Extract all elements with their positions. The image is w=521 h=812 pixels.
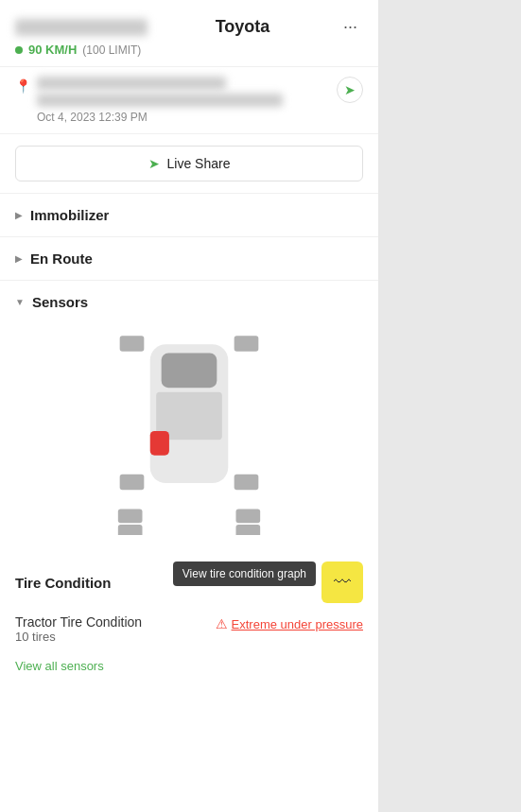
live-share-icon: ➤ <box>148 156 160 171</box>
speed-value: 90 KM/H <box>28 43 77 57</box>
location-navigate-button[interactable]: ➤ <box>337 77 363 103</box>
tire-condition-row: Tire Condition View tire condition graph… <box>0 554 378 611</box>
address-line-1 <box>37 77 226 90</box>
vehicle-brand: Toyota <box>216 17 270 37</box>
svg-rect-5 <box>150 431 169 456</box>
speed-limit: (100 LIMIT) <box>82 43 141 57</box>
live-share-button[interactable]: ➤ Live Share <box>15 146 363 181</box>
sensors-title: Sensors <box>32 294 88 310</box>
graph-btn-container: View tire condition graph 〰 <box>321 561 363 603</box>
svg-rect-8 <box>118 510 143 524</box>
vehicle-name-blurred <box>15 19 148 36</box>
timestamp: Oct 4, 2023 12:39 PM <box>37 111 331 124</box>
side-panel: ‹ Toyota ··· 90 KM/H (100 LIMIT) 📍 Oct 4… <box>0 0 378 812</box>
title-row: Toyota ··· <box>15 15 363 39</box>
tractor-condition-row: Tractor Tire Condition 10 tires ⚠ Extrem… <box>0 611 378 648</box>
pressure-status: ⚠ Extreme under pressure <box>216 616 363 631</box>
immobilizer-title: Immobilizer <box>30 207 109 223</box>
svg-rect-10 <box>236 510 261 524</box>
view-all-sensors-link[interactable]: View all sensors <box>0 648 119 684</box>
svg-rect-9 <box>118 525 143 535</box>
speed-dot <box>15 46 23 54</box>
location-details: Oct 4, 2023 12:39 PM <box>37 77 331 124</box>
immobilizer-header[interactable]: ▶ Immobilizer <box>0 194 378 236</box>
tire-condition-title: Tire Condition <box>15 575 111 591</box>
tractor-tire-label: Tractor Tire Condition <box>15 614 142 630</box>
svg-rect-3 <box>162 354 217 389</box>
car-diagram <box>95 327 284 535</box>
vehicle-header: Toyota ··· 90 KM/H (100 LIMIT) <box>0 0 378 67</box>
tire-graph-tooltip: View tire condition graph <box>173 561 316 586</box>
sensors-section: ▼ Sensors <box>0 280 378 812</box>
live-share-label: Live Share <box>167 156 231 171</box>
en-route-header[interactable]: ▶ En Route <box>0 237 378 280</box>
car-diagram-container <box>0 318 378 554</box>
sensors-header[interactable]: ▼ Sensors <box>0 281 378 318</box>
address-line-2 <box>37 94 283 107</box>
car-svg <box>95 327 284 535</box>
svg-rect-1 <box>234 336 259 352</box>
svg-rect-0 <box>120 336 145 352</box>
location-icon: 📍 <box>15 78 31 94</box>
pressure-text[interactable]: Extreme under pressure <box>232 617 363 631</box>
warning-icon: ⚠ <box>216 616 228 631</box>
speed-row: 90 KM/H (100 LIMIT) <box>15 43 363 57</box>
sensors-arrow-icon: ▼ <box>15 297 25 307</box>
location-row: 📍 Oct 4, 2023 12:39 PM ➤ <box>0 67 378 134</box>
tractor-tire-count: 10 tires <box>15 630 142 644</box>
more-button[interactable]: ··· <box>338 15 363 39</box>
immobilizer-arrow-icon: ▶ <box>15 210 23 220</box>
en-route-section: ▶ En Route <box>0 236 378 280</box>
tire-graph-button[interactable]: 〰 <box>321 561 363 603</box>
en-route-title: En Route <box>30 251 93 267</box>
svg-rect-7 <box>234 475 259 491</box>
svg-rect-11 <box>236 525 261 535</box>
en-route-arrow-icon: ▶ <box>15 253 23 264</box>
tractor-label-group: Tractor Tire Condition 10 tires <box>15 614 142 644</box>
svg-rect-6 <box>120 475 145 491</box>
graph-icon: 〰 <box>334 573 351 593</box>
immobilizer-section: ▶ Immobilizer <box>0 193 378 236</box>
